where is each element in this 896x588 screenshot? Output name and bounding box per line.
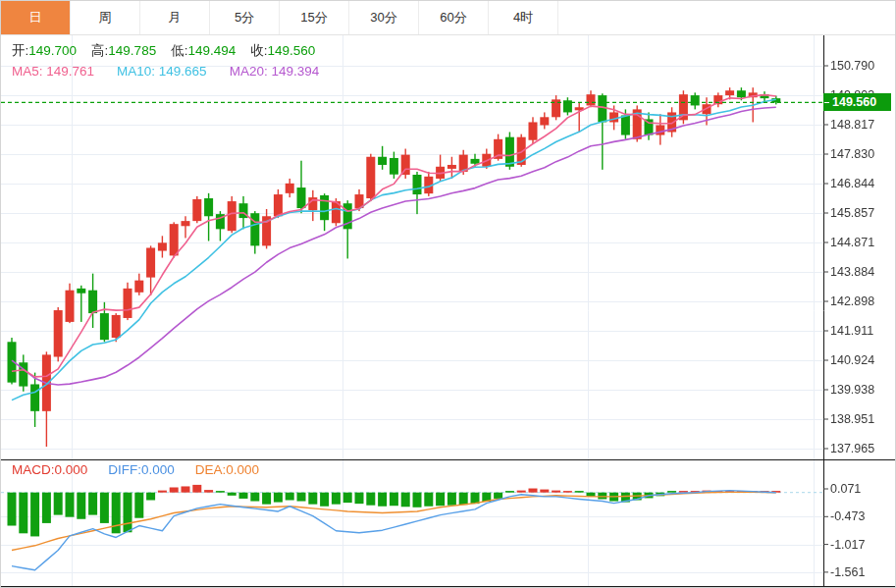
price-axis-label: 140.924: [830, 353, 874, 367]
ma5-value: MA5: 149.761: [12, 64, 94, 79]
diff-value: DIFF:0.000: [108, 462, 175, 477]
price-axis-label: 141.911: [830, 324, 873, 338]
tab-5分[interactable]: 5分: [210, 1, 280, 34]
price-axis-label: 137.965: [830, 442, 874, 455]
low-label: 低:: [171, 43, 187, 58]
macd-axis-label: -0.473: [830, 509, 865, 523]
current-price-badge: 149.560: [823, 93, 891, 111]
timeframe-tab-bar: 日周月5分15分30分60分4时: [1, 1, 895, 35]
price-axis-label: 147.830: [830, 147, 874, 161]
tab-30分[interactable]: 30分: [349, 1, 419, 34]
price-axis-label: 145.857: [830, 206, 874, 220]
close-value: 149.560: [268, 43, 316, 58]
price-axis-label: 144.871: [830, 236, 874, 249]
macd-axis-label: 0.071: [830, 482, 861, 496]
price-axis-label: 148.817: [830, 118, 874, 132]
price-axis-label: 146.844: [830, 177, 874, 190]
tab-日[interactable]: 日: [1, 1, 71, 34]
macd-value: MACD:0.000: [12, 462, 87, 477]
ohlc-info-row: 开:149.700高:149.785低:149.494收:149.560: [12, 42, 330, 60]
price-axis-label: 138.951: [830, 412, 874, 426]
tab-4时[interactable]: 4时: [489, 1, 558, 34]
low-value: 149.494: [187, 43, 236, 58]
tab-周[interactable]: 周: [71, 1, 140, 34]
price-axis-label: 150.790: [830, 59, 874, 73]
macd-info-row: MACD:0.000DIFF:0.000DEA:0.000: [12, 462, 280, 477]
open-value: 149.700: [28, 43, 77, 58]
ma10-value: MA10: 149.665: [117, 64, 207, 79]
macd-axis-label: -1.017: [830, 538, 865, 552]
dea-value: DEA:0.000: [195, 462, 259, 477]
trading-chart-app: 日周月5分15分30分60分4时 开:149.700高:149.785低:149…: [0, 0, 896, 588]
macd-axis-label: -1.561: [830, 565, 865, 579]
candlestick-chart-canvas[interactable]: [1, 35, 896, 588]
close-label: 收:: [250, 43, 267, 58]
ma-info-row: MA5: 149.761MA10: 149.665MA20: 149.394: [12, 64, 342, 79]
high-label: 高:: [91, 43, 108, 58]
high-value: 149.785: [108, 43, 156, 58]
tab-15分[interactable]: 15分: [280, 1, 349, 34]
price-axis-label: 143.884: [830, 265, 874, 279]
tab-60分[interactable]: 60分: [419, 1, 489, 34]
price-axis-label: 142.898: [830, 294, 874, 308]
tab-月[interactable]: 月: [140, 1, 210, 34]
price-axis-label: 139.938: [830, 383, 874, 397]
open-label: 开:: [12, 43, 28, 58]
ma20-value: MA20: 149.394: [230, 64, 320, 79]
